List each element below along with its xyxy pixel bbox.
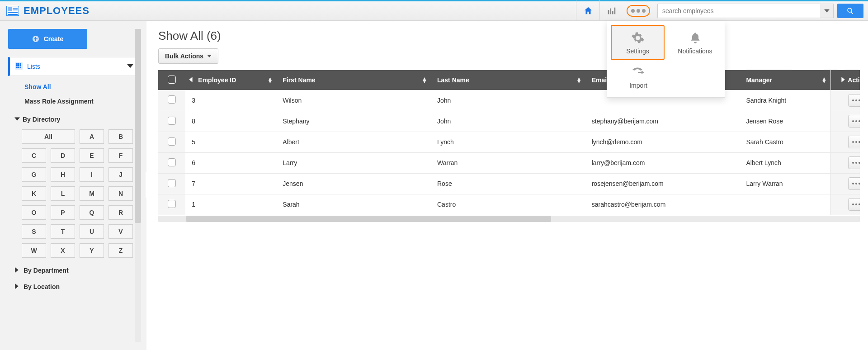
letter-f[interactable]: F: [108, 148, 133, 163]
col-first-name[interactable]: First Name▲▼: [276, 70, 431, 90]
col-select-all[interactable]: [158, 70, 185, 90]
home-button[interactable]: [576, 0, 599, 21]
letter-w[interactable]: W: [22, 243, 46, 258]
checkbox-icon: [168, 95, 176, 104]
row-select[interactable]: [158, 111, 185, 132]
create-label: Create: [44, 35, 64, 43]
letter-all[interactable]: All: [22, 129, 75, 144]
search-input[interactable]: [657, 4, 820, 18]
letter-l[interactable]: L: [51, 186, 75, 201]
cell-first: Larry: [276, 152, 431, 173]
dropdown-import-label: Import: [629, 82, 647, 89]
letter-g[interactable]: G: [22, 167, 46, 182]
dropdown-notifications[interactable]: Notifications: [669, 25, 721, 60]
letter-m[interactable]: M: [80, 186, 104, 201]
analytics-button[interactable]: [599, 0, 623, 21]
svg-rect-3: [13, 9, 18, 10]
cell-actions: [830, 173, 860, 194]
caret-down-icon: [207, 54, 212, 58]
letter-y[interactable]: Y: [80, 243, 104, 258]
cell-email: rosejensen@berijam.com: [585, 173, 740, 194]
letter-t[interactable]: T: [51, 224, 75, 239]
row-actions-button[interactable]: [848, 177, 860, 190]
cell-id: 7: [185, 173, 276, 194]
dropdown-settings[interactable]: Settings: [611, 25, 665, 60]
row-select[interactable]: [158, 173, 185, 194]
sidebar-mass-role[interactable]: Mass Role Assignment: [24, 94, 139, 109]
col-last-name[interactable]: Last Name▲▼: [431, 70, 585, 90]
letter-z[interactable]: Z: [108, 243, 133, 258]
employees-table: Employee ID ▲▼ First Name▲▼ Last Name▲▼ …: [158, 70, 860, 215]
chevron-down-icon: [14, 116, 20, 123]
by-directory-toggle[interactable]: By Directory: [8, 112, 139, 125]
letter-r[interactable]: R: [108, 205, 133, 220]
svg-rect-11: [850, 12, 853, 14]
by-department-toggle[interactable]: By Department: [8, 261, 139, 278]
table-row: 3WilsonJohnSandra Knight: [158, 90, 860, 111]
cell-actions: [830, 111, 860, 132]
row-actions-button[interactable]: [848, 136, 860, 148]
letter-v[interactable]: V: [108, 224, 133, 239]
plus-circle-icon: [32, 35, 39, 43]
row-actions-button[interactable]: [848, 94, 860, 107]
row-select[interactable]: [158, 132, 185, 152]
chevron-down-icon: [127, 63, 133, 71]
svg-rect-5: [8, 14, 18, 15]
col-manager[interactable]: Manager▲▼: [740, 70, 830, 90]
chevron-right-icon: [14, 283, 19, 290]
sidebar-container: Create Lists Show All Mass Role Assignme…: [0, 21, 146, 350]
cell-id: 3: [185, 90, 276, 111]
letter-n[interactable]: N: [108, 186, 133, 201]
letter-p[interactable]: P: [51, 205, 75, 220]
letter-e[interactable]: E: [80, 148, 104, 163]
svg-rect-18: [20, 63, 21, 65]
dropdown-import[interactable]: Import: [611, 60, 666, 94]
sort-icon: ▲▼: [576, 77, 582, 83]
letter-a[interactable]: A: [80, 129, 104, 144]
checkbox-icon: [168, 200, 176, 208]
nav-lists[interactable]: Lists: [8, 57, 139, 76]
lists-sub: Show All Mass Role Assignment: [8, 79, 139, 112]
bulk-actions-button[interactable]: Bulk Actions: [158, 48, 218, 64]
cell-first: Jensen: [276, 173, 431, 194]
letter-j[interactable]: J: [108, 167, 133, 182]
by-department-label: By Department: [24, 267, 69, 274]
cell-manager: Larry Warran: [740, 173, 830, 194]
cell-id: 6: [185, 152, 276, 173]
table-hscroll[interactable]: [158, 216, 860, 222]
letter-d[interactable]: D: [51, 148, 75, 163]
table-row: 1SarahCastrosarahcastro@berijam.com: [158, 194, 860, 215]
sidebar-scrollbar[interactable]: [135, 29, 141, 342]
sidebar-show-all[interactable]: Show All: [24, 80, 139, 94]
letter-h[interactable]: H: [51, 167, 75, 182]
row-actions-button[interactable]: [848, 115, 860, 128]
svg-rect-9: [614, 8, 615, 14]
chevron-right-icon: [14, 267, 19, 274]
create-button[interactable]: Create: [8, 29, 87, 49]
letter-x[interactable]: X: [51, 243, 75, 258]
by-location-toggle[interactable]: By Location: [8, 278, 139, 294]
svg-rect-8: [612, 11, 613, 14]
svg-rect-20: [18, 65, 19, 66]
more-menu-button[interactable]: [627, 5, 650, 17]
cell-id: 1: [185, 194, 276, 215]
letter-u[interactable]: U: [80, 224, 104, 239]
letter-k[interactable]: K: [22, 186, 46, 201]
row-actions-button[interactable]: [848, 156, 860, 169]
search-button[interactable]: [837, 4, 863, 18]
letter-q[interactable]: Q: [80, 205, 104, 220]
letter-c[interactable]: C: [22, 148, 46, 163]
cell-id: 5: [185, 132, 276, 152]
col-employee-id[interactable]: Employee ID ▲▼: [185, 70, 276, 90]
row-select[interactable]: [158, 90, 185, 111]
col-first-name-label: First Name: [283, 76, 315, 84]
letter-b[interactable]: B: [108, 129, 133, 144]
cell-last: John: [431, 90, 585, 111]
letter-s[interactable]: S: [22, 224, 46, 239]
row-select[interactable]: [158, 194, 185, 215]
row-actions-button[interactable]: [848, 198, 860, 211]
row-select[interactable]: [158, 152, 185, 173]
letter-i[interactable]: I: [80, 167, 104, 182]
search-filter-dropdown[interactable]: [820, 4, 834, 18]
letter-o[interactable]: O: [22, 205, 46, 220]
